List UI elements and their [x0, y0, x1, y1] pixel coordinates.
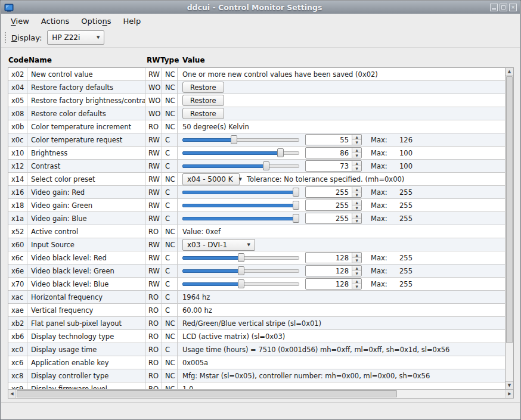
feature-slider[interactable] [182, 266, 299, 275]
feature-spinbox[interactable]: 73 ▲▼ [305, 160, 362, 172]
spin-down-icon[interactable]: ▼ [352, 166, 361, 171]
feature-spinbox[interactable]: 128 ▲▼ [305, 252, 362, 263]
feature-spinbox[interactable]: 128 ▲▼ [305, 278, 362, 290]
spin-down-icon[interactable]: ▼ [352, 153, 361, 158]
spin-down-icon[interactable]: ▼ [352, 219, 361, 223]
title-bar[interactable]: ddcui - Control Monitor Settings ✕ [1, 1, 520, 14]
feature-value: 128 ▲▼ Max: 255 [178, 278, 505, 290]
feature-code: x18 [8, 199, 27, 211]
menu-item-view[interactable]: View [5, 15, 35, 27]
slider-fill [182, 256, 241, 260]
maximize-button[interactable] [500, 4, 507, 11]
feature-code: x1a [8, 212, 27, 225]
slider-handle[interactable] [238, 253, 244, 262]
spin-up-icon[interactable]: ▲ [352, 187, 361, 192]
restore-button[interactable]: Restore [182, 82, 224, 93]
feature-slider[interactable] [182, 135, 299, 144]
feature-value-text: 1.0 [182, 385, 193, 390]
feature-row-xae: xae Vertical frequency RO C 60.00 hz [8, 304, 505, 317]
feature-type: NC [162, 317, 178, 329]
feature-code: x14 [8, 173, 27, 185]
feature-row-x70: x70 Video black level: Blue RW C 128 ▲▼ … [8, 278, 505, 291]
horizontal-scrollbar[interactable]: ◀ ▶ [8, 390, 514, 399]
spin-up-icon[interactable]: ▲ [352, 135, 361, 140]
display-selector[interactable]: HP Z22i ▼ [47, 30, 104, 45]
scroll-left-icon[interactable]: ◀ [8, 390, 16, 398]
feature-type: C [162, 265, 178, 277]
toolbar-drag-handle[interactable] [4, 32, 7, 43]
feature-value: x04 - 5000 K ▼ Tolerance: No tolerance s… [178, 173, 505, 185]
spinbox-buttons: ▲▼ [352, 200, 361, 210]
feature-name: Brightness [27, 147, 145, 159]
spinbox-buttons: ▲▼ [352, 279, 361, 289]
feature-type: NC [162, 94, 178, 107]
feature-name: Flat panel sub-pixel layout [27, 317, 145, 329]
scroll-right-icon[interactable]: ▶ [506, 390, 513, 398]
feature-rw: RW [145, 173, 162, 185]
vertical-scroll-thumb[interactable] [506, 76, 513, 343]
menu-item-actions[interactable]: Actions [35, 15, 76, 27]
feature-spinbox[interactable]: 128 ▲▼ [305, 265, 362, 276]
spin-down-icon[interactable]: ▼ [352, 140, 361, 145]
feature-slider[interactable] [182, 148, 299, 157]
feature-spinbox[interactable]: 255 ▲▼ [305, 186, 362, 198]
feature-slider[interactable] [182, 188, 299, 197]
scroll-up-icon[interactable]: ▲ [506, 68, 513, 76]
spin-up-icon[interactable]: ▲ [352, 161, 361, 166]
slider-handle[interactable] [293, 214, 299, 223]
spin-up-icon[interactable]: ▲ [352, 200, 361, 206]
scroll-down-icon[interactable]: ▼ [506, 381, 513, 389]
spin-down-icon[interactable]: ▼ [352, 284, 361, 289]
feature-slider[interactable] [182, 253, 299, 262]
feature-combo[interactable]: x03 - DVI-1 ▼ [182, 239, 255, 251]
feature-slider[interactable] [182, 214, 299, 223]
feature-slider[interactable] [182, 161, 299, 170]
feature-spinbox[interactable]: 86 ▲▼ [305, 147, 362, 158]
feature-row-x60: x60 Input Source RW NC x03 - DVI-1 ▼ [8, 238, 505, 251]
slider-handle[interactable] [231, 135, 237, 144]
vertical-scrollbar[interactable]: ▲ ▼ [505, 68, 513, 389]
feature-value-text: LCD (active matrix) (sl=0x03) [182, 332, 285, 341]
close-button[interactable]: ✕ [509, 4, 517, 11]
spin-up-icon[interactable]: ▲ [352, 213, 361, 219]
restore-button[interactable]: Restore [182, 108, 224, 119]
slider-handle[interactable] [277, 148, 284, 157]
menu-item-options[interactable]: Options [75, 15, 117, 27]
feature-slider[interactable] [182, 201, 299, 210]
slider-handle[interactable] [238, 279, 244, 288]
feature-value: 255 ▲▼ Max: 255 [178, 186, 505, 198]
spin-up-icon[interactable]: ▲ [352, 279, 361, 284]
maximize-icon [501, 5, 506, 10]
slider-handle[interactable] [293, 188, 299, 197]
feature-code: xc6 [8, 356, 27, 369]
feature-spinbox[interactable]: 55 ▲▼ [305, 134, 362, 145]
minimize-button[interactable] [490, 4, 498, 11]
horizontal-scroll-thumb[interactable] [17, 390, 397, 397]
feature-type: C [162, 304, 178, 316]
slider-handle[interactable] [263, 161, 269, 170]
spin-down-icon[interactable]: ▼ [352, 206, 361, 210]
max-value: 126 [385, 136, 413, 144]
feature-combo[interactable]: x04 - 5000 K ▼ [182, 173, 240, 185]
spin-up-icon[interactable]: ▲ [352, 148, 361, 153]
spin-down-icon[interactable]: ▼ [352, 192, 361, 197]
feature-value: LCD (active matrix) (sl=0x03) [178, 330, 505, 343]
feature-slider[interactable] [182, 279, 299, 288]
feature-code: x60 [8, 238, 27, 251]
restore-button[interactable]: Restore [182, 95, 224, 106]
spin-up-icon[interactable]: ▲ [352, 253, 361, 258]
menu-item-help[interactable]: Help [117, 15, 147, 27]
feature-row-x52: x52 Active control RO NC Value: 0xef [8, 225, 505, 238]
spin-down-icon[interactable]: ▼ [352, 258, 361, 263]
feature-spinbox[interactable]: 255 ▲▼ [305, 200, 362, 211]
feature-row-x10: x10 Brightness RW C 86 ▲▼ Max: 100 [8, 147, 505, 160]
chevron-down-icon: ▼ [91, 35, 100, 40]
feature-name: Video gain: Green [27, 199, 145, 211]
slider-handle[interactable] [238, 266, 244, 275]
slider-handle[interactable] [293, 201, 299, 210]
spin-up-icon[interactable]: ▲ [352, 266, 361, 271]
spin-down-icon[interactable]: ▼ [352, 271, 361, 276]
feature-spinbox[interactable]: 255 ▲▼ [305, 213, 362, 224]
feature-value: 50 degree(s) Kelvin [178, 120, 505, 133]
close-icon: ✕ [511, 5, 515, 10]
